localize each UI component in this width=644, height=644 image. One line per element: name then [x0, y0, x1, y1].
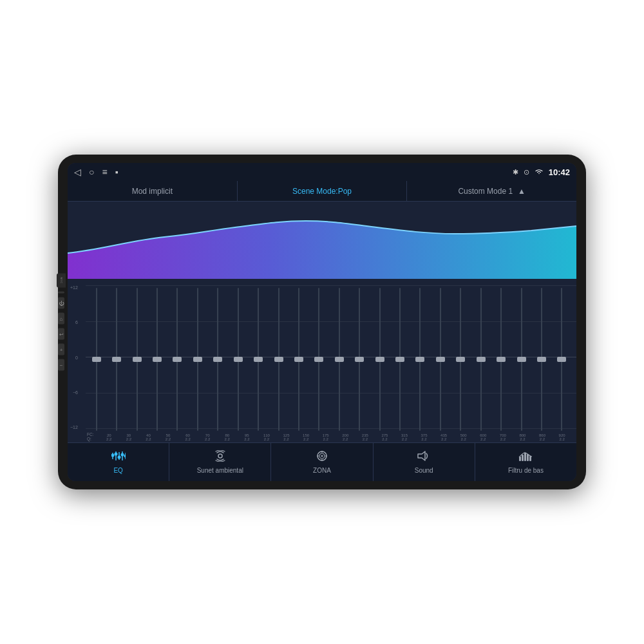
slider-track-600[interactable] — [480, 288, 482, 431]
slider-track-315[interactable] — [399, 288, 401, 431]
slider-thumb-860[interactable] — [537, 357, 546, 362]
slider-track-20[interactable] — [96, 288, 97, 431]
vol-up-button[interactable]: + — [58, 344, 64, 355]
slider-thumb-50[interactable] — [153, 357, 162, 362]
slider-thumb-40[interactable] — [133, 357, 142, 362]
slider-thumb-315[interactable] — [395, 357, 404, 362]
nav-item-eq[interactable]: EQ — [68, 443, 169, 481]
slider-thumb-95[interactable] — [234, 357, 243, 362]
q-value-40: 2.2 — [146, 437, 151, 441]
slider-track-275[interactable] — [379, 288, 381, 431]
q-value-125: 2.2 — [283, 437, 289, 441]
slider-thumb-235[interactable] — [355, 357, 364, 362]
slider-track-60[interactable] — [176, 288, 178, 431]
q-value-235: 2.2 — [363, 437, 368, 441]
slider-thumb-375[interactable] — [415, 357, 424, 362]
slider-track-125[interactable] — [278, 288, 279, 431]
nav-menu-button[interactable]: ≡ — [102, 167, 107, 177]
home-hw-button[interactable]: ⌂ — [58, 313, 64, 325]
slider-thumb-600[interactable] — [477, 357, 486, 362]
slider-track-435[interactable] — [440, 288, 441, 431]
q-value-375: 2.2 — [421, 437, 426, 441]
target-icon — [315, 450, 329, 465]
slider-thumb-20[interactable] — [92, 357, 101, 362]
slider-col-110 — [249, 288, 267, 431]
q-value-200: 2.2 — [343, 437, 348, 441]
freq-label-col-235: 2352.2 — [356, 432, 375, 441]
slider-track-110[interactable] — [258, 288, 259, 431]
slider-col-20 — [87, 288, 106, 431]
slider-col-95 — [229, 288, 247, 431]
slider-thumb-60[interactable] — [173, 357, 182, 362]
slider-track-30[interactable] — [116, 288, 117, 431]
freq-label-col-200: 2002.2 — [336, 432, 355, 441]
power-button[interactable]: ⏻ — [58, 298, 64, 309]
mic-label: MIC — [60, 277, 63, 283]
slider-thumb-30[interactable] — [112, 357, 121, 362]
slider-track-40[interactable] — [137, 288, 138, 431]
tab-custom-mode[interactable]: Custom Mode 1 ▲ — [407, 181, 576, 201]
svg-marker-18 — [418, 451, 425, 460]
nav-label-eq: EQ — [113, 467, 122, 474]
nav-item-zona[interactable]: ZONA — [271, 443, 373, 481]
slider-track-70[interactable] — [197, 288, 198, 431]
slider-track-150[interactable] — [298, 288, 299, 431]
nav-recent-button[interactable]: ▪ — [115, 167, 118, 177]
slider-thumb-70[interactable] — [193, 357, 202, 362]
freq-label-col-80: 802.2 — [218, 432, 236, 441]
status-time: 10:42 — [549, 167, 570, 177]
slider-thumb-800[interactable] — [517, 357, 526, 362]
fc-q-header: FC: Q: — [87, 432, 100, 441]
back-hw-button[interactable]: ↩ — [58, 328, 64, 340]
rst-button[interactable] — [58, 292, 64, 294]
slider-thumb-700[interactable] — [497, 357, 506, 362]
slider-track-50[interactable] — [156, 288, 158, 431]
slider-track-95[interactable] — [238, 288, 239, 431]
slider-track-375[interactable] — [419, 288, 421, 431]
scale-6-plus: 6 — [75, 320, 78, 325]
slider-col-700 — [491, 288, 510, 431]
svg-point-13 — [321, 455, 323, 457]
slider-track-500[interactable] — [460, 288, 461, 431]
svg-point-9 — [124, 455, 126, 458]
tab-scene-mode[interactable]: Scene Mode:Pop — [238, 181, 408, 201]
bars-icon — [518, 450, 533, 465]
slider-thumb-175[interactable] — [314, 357, 323, 362]
slider-track-80[interactable] — [217, 288, 218, 431]
slider-thumb-500[interactable] — [456, 357, 465, 362]
slider-thumb-125[interactable] — [274, 357, 283, 362]
q-value-920: 2.2 — [559, 437, 564, 441]
slider-track-200[interactable] — [339, 288, 340, 431]
nav-item-sunet[interactable]: Sunet ambiental — [169, 443, 271, 481]
custom-mode-arrow: ▲ — [518, 187, 526, 196]
slider-col-200 — [330, 288, 348, 431]
freq-label-col-30: 302.2 — [120, 432, 138, 441]
q-value-860: 2.2 — [540, 437, 545, 441]
slider-track-860[interactable] — [541, 288, 542, 431]
slider-track-235[interactable] — [359, 288, 360, 431]
slider-thumb-150[interactable] — [294, 357, 303, 362]
freq-labels-row: 202.2302.2402.2502.2602.2702.2802.2952.2… — [100, 432, 571, 441]
slider-thumb-275[interactable] — [375, 357, 384, 362]
slider-col-30 — [107, 288, 126, 431]
slider-track-800[interactable] — [521, 288, 522, 431]
nav-back-button[interactable]: ◁ — [74, 167, 81, 177]
slider-col-125 — [269, 288, 288, 431]
slider-thumb-435[interactable] — [436, 357, 445, 362]
slider-track-175[interactable] — [318, 288, 319, 431]
slider-thumb-110[interactable] — [254, 357, 263, 362]
slider-thumb-80[interactable] — [213, 357, 222, 362]
slider-col-40 — [128, 288, 146, 431]
q-value-800: 2.2 — [520, 437, 525, 441]
nav-home-button[interactable]: ○ — [89, 167, 94, 177]
slider-thumb-200[interactable] — [335, 357, 344, 362]
tab-mod-implicit[interactable]: Mod implicit — [68, 181, 238, 201]
nav-item-filtru[interactable]: Filtru de bas — [475, 443, 576, 481]
q-value-175: 2.2 — [323, 437, 328, 441]
nav-item-sound[interactable]: Sound — [374, 443, 475, 481]
slider-track-920[interactable] — [561, 288, 562, 431]
freq-label-col-700: 7002.2 — [494, 432, 513, 441]
slider-track-700[interactable] — [500, 288, 502, 431]
slider-thumb-920[interactable] — [557, 357, 566, 362]
vol-down-button[interactable]: − — [58, 359, 64, 371]
